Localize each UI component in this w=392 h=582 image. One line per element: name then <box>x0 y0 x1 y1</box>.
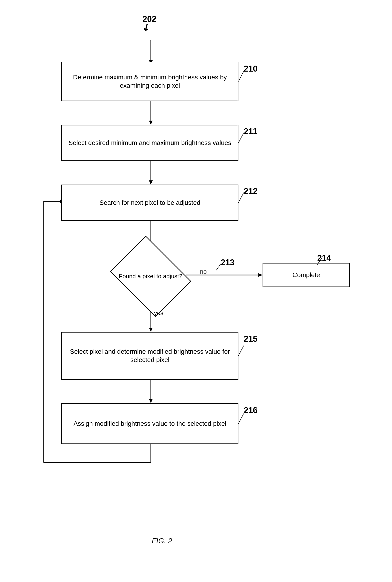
box-214: Complete <box>262 263 350 287</box>
box-215: Select pixel and determine modified brig… <box>62 332 238 380</box>
svg-line-20 <box>238 133 244 143</box>
svg-marker-11 <box>149 328 153 332</box>
label-214: 214 <box>317 253 331 263</box>
svg-line-19 <box>238 71 244 82</box>
box-212: Search for next pixel to be adjusted <box>62 185 238 221</box>
svg-marker-9 <box>258 273 262 277</box>
svg-marker-3 <box>149 121 153 125</box>
label-211: 211 <box>244 127 258 136</box>
diamond-213: Found a pixel to adjust? <box>85 247 216 306</box>
label-213: 213 <box>221 258 234 267</box>
box-210: Determine maximum & minimum brightness v… <box>62 62 238 101</box>
svg-line-25 <box>238 414 244 424</box>
label-210: 210 <box>244 64 258 74</box>
box-216: Assign modified brightness value to the … <box>62 403 238 444</box>
label-215: 215 <box>244 334 258 344</box>
svg-line-24 <box>238 346 244 356</box>
label-212: 212 <box>244 186 258 196</box>
svg-line-21 <box>238 193 244 203</box>
yes-label: yes <box>154 310 163 317</box>
no-label: no <box>200 268 207 275</box>
svg-marker-13 <box>149 399 153 403</box>
figure-caption: FIG. 2 <box>152 537 172 545</box>
svg-marker-5 <box>149 180 153 185</box>
box-211: Select desired minimum and maximum brigh… <box>62 125 238 161</box>
svg-line-22 <box>216 264 221 270</box>
label-216: 216 <box>244 406 258 415</box>
diagram-container: 202 ↙ Determine maximum & minimum bright… <box>0 0 392 582</box>
